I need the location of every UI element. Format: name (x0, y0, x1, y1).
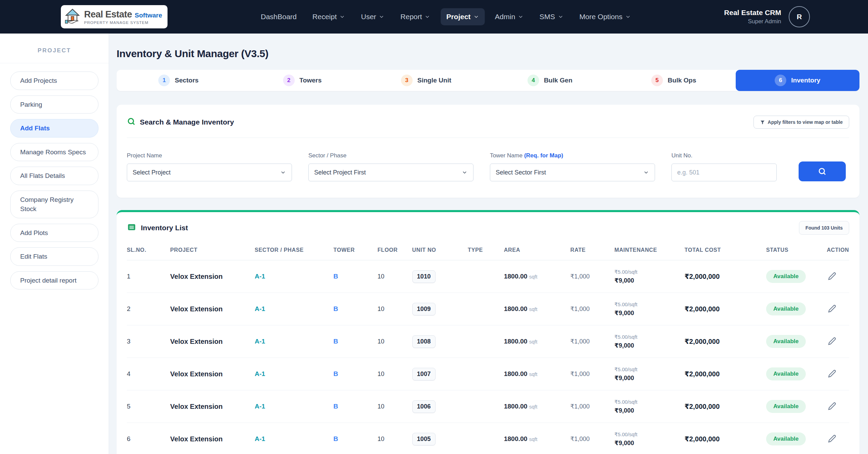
status-badge: Available (766, 432, 806, 445)
cell-tower[interactable]: B (333, 358, 377, 390)
cell-type (468, 358, 504, 390)
cell-total-cost: ₹2,000,000 (684, 390, 766, 423)
table-icon (127, 222, 136, 234)
chevron-down-icon (518, 14, 524, 20)
sidebar-item-company-registry-stock[interactable]: Company Registry Stock (10, 191, 98, 218)
nav-item-label: DashBoard (261, 13, 297, 21)
cell-unit-no: 1005 (412, 423, 468, 454)
avatar[interactable]: R (789, 6, 810, 27)
cell-status: Available (766, 423, 827, 454)
cell-action (827, 390, 849, 423)
app-logo[interactable]: Real Estate Software PROPERTY MANAGE SYS… (61, 5, 168, 28)
nav-item-project[interactable]: Project (441, 8, 484, 25)
step-sectors[interactable]: 1 Sectors (117, 70, 240, 91)
cell-project: Velox Extension (170, 423, 255, 454)
sidebar-item-edit-flats[interactable]: Edit Flats (10, 247, 98, 266)
unit-no-input[interactable] (671, 164, 777, 181)
step-towers[interactable]: 2 Towers (240, 70, 364, 91)
nav-item-report[interactable]: Report (395, 8, 436, 25)
main-nav: DashBoard Receipt User Report Project Ad… (255, 8, 637, 25)
cell-status: Available (766, 325, 827, 358)
top-navbar: Real Estate Software PROPERTY MANAGE SYS… (0, 0, 868, 34)
cell-maintenance: ₹5.00/sqft ₹9,000 (614, 260, 684, 293)
sidebar-item-add-plots[interactable]: Add Plots (10, 224, 98, 242)
sidebar-item-add-projects[interactable]: Add Projects (10, 72, 98, 90)
status-badge: Available (766, 400, 806, 413)
search-divider (127, 138, 849, 138)
edit-button[interactable] (827, 303, 838, 315)
cell-floor: 10 (377, 293, 412, 325)
step-single-unit[interactable]: 3 Single Unit (364, 70, 488, 91)
nav-item-admin[interactable]: Admin (490, 8, 530, 25)
cell-maintenance: ₹5.00/sqft ₹9,000 (614, 390, 684, 423)
cell-status: Available (766, 390, 827, 423)
cell-tower[interactable]: B (333, 390, 377, 423)
cell-area: 1800.00sqft (504, 325, 570, 358)
column-header-tower: TOWER (333, 242, 377, 260)
chevron-down-icon (378, 14, 385, 20)
sidebar-item-label: Add Flats (20, 125, 50, 132)
sidebar: PROJECT Add ProjectsParkingAdd FlatsMana… (0, 34, 109, 454)
cell-tower[interactable]: B (333, 325, 377, 358)
cell-tower[interactable]: B (333, 260, 377, 293)
page-title: Inventory & Unit Manager (V3.5) (117, 48, 859, 60)
cell-action (827, 293, 849, 325)
cell-project: Velox Extension (170, 293, 255, 325)
cell-action (827, 423, 849, 454)
edit-button[interactable] (827, 336, 838, 348)
edit-button[interactable] (827, 271, 838, 283)
chevron-down-icon (625, 14, 631, 20)
cell-sector-phase: A-1 (255, 390, 333, 423)
project-select[interactable]: Select Project (127, 164, 292, 181)
nav-item-more-options[interactable]: More Options (574, 8, 637, 25)
cell-tower[interactable]: B (333, 293, 377, 325)
cell-unit-no: 1009 (412, 293, 468, 325)
step-label: Bulk Gen (544, 77, 572, 84)
step-bulk-ops[interactable]: 5 Bulk Ops (612, 70, 736, 91)
edit-button[interactable] (827, 433, 838, 445)
pencil-icon (828, 304, 836, 313)
sidebar-item-label: Manage Rooms Specs (20, 148, 86, 156)
cell-type (468, 293, 504, 325)
nav-item-label: Receipt (312, 13, 337, 21)
table-row: 4 Velox Extension A-1 B 10 1007 1800.00s… (127, 358, 849, 390)
nav-item-dashboard[interactable]: DashBoard (255, 8, 302, 25)
unit-no-badge: 1010 (412, 270, 436, 283)
table-row: 1 Velox Extension A-1 B 10 1010 1800.00s… (127, 260, 849, 293)
pencil-icon (828, 272, 836, 280)
tower-select[interactable]: Select Sector First (490, 164, 655, 181)
cell-area: 1800.00sqft (504, 260, 570, 293)
logo-title: Real Estate (84, 9, 132, 20)
cell-project: Velox Extension (170, 325, 255, 358)
edit-button[interactable] (827, 368, 838, 380)
apply-filters-button[interactable]: Apply filters to view map or table (753, 116, 849, 129)
cell-maintenance: ₹5.00/sqft ₹9,000 (614, 293, 684, 325)
chevron-down-icon (424, 14, 430, 20)
cell-type (468, 260, 504, 293)
logo-accent: Software (135, 12, 162, 19)
step-bulk-gen[interactable]: 4 Bulk Gen (488, 70, 612, 91)
pencil-icon (828, 402, 836, 410)
status-badge: Available (766, 302, 806, 315)
edit-button[interactable] (827, 401, 838, 413)
column-header-maintenance: MAINTENANCE (614, 242, 684, 260)
step-inventory[interactable]: 6 Inventory (736, 70, 859, 91)
cell-tower[interactable]: B (333, 423, 377, 454)
sidebar-item-manage-rooms-specs[interactable]: Manage Rooms Specs (10, 143, 98, 161)
pencil-icon (828, 369, 836, 378)
nav-item-sms[interactable]: SMS (534, 8, 569, 25)
search-icon (818, 167, 827, 176)
cell-status: Available (766, 260, 827, 293)
search-manage-card: Search & Manage Inventory Apply filters … (117, 105, 859, 198)
sidebar-item-all-flats-details[interactable]: All Flats Details (10, 167, 98, 185)
sidebar-item-project-detail-report[interactable]: Project detail report (10, 271, 98, 290)
sidebar-item-parking[interactable]: Parking (10, 95, 98, 114)
nav-item-user[interactable]: User (356, 8, 390, 25)
nav-item-receipt[interactable]: Receipt (307, 8, 351, 25)
sidebar-item-add-flats[interactable]: Add Flats (10, 119, 98, 138)
cell-project: Velox Extension (170, 358, 255, 390)
sector-select[interactable]: Select Project First (308, 164, 473, 181)
cell-unit-no: 1007 (412, 358, 468, 390)
search-submit-button[interactable] (799, 161, 846, 181)
chevron-down-icon (643, 169, 649, 176)
